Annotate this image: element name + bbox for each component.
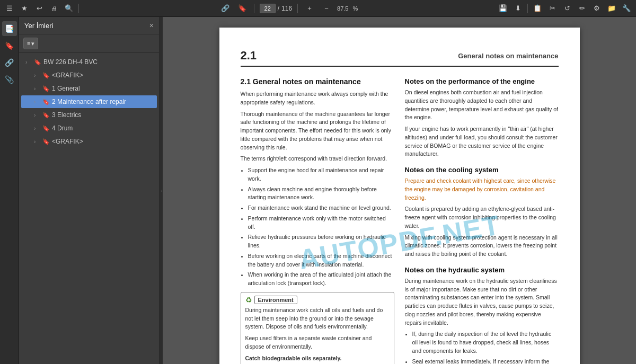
document-area[interactable]: AUTOPDF.NET 2.1 General notes on mainten… bbox=[163, 17, 636, 364]
side-icon-bookmarks[interactable]: 📑 bbox=[2, 21, 17, 36]
list-item: Support the engine hood for all maintena… bbox=[248, 166, 394, 183]
hydraulic-heading: Notes on the hydraulic system bbox=[405, 266, 559, 274]
toolbar-icon-rotate[interactable]: ↺ bbox=[561, 2, 573, 15]
engine-heading: Notes on the performance of the engine bbox=[405, 77, 559, 85]
hydraulic-bullet-list: If, during the daily inspection of the o… bbox=[405, 330, 559, 364]
toolbar-divider-2 bbox=[254, 4, 254, 13]
bookmark-label: <GRAFIK> bbox=[52, 72, 153, 79]
page-navigation: / 116 bbox=[260, 4, 292, 13]
left-column: 2.1 General notes on maintenance When pe… bbox=[241, 77, 394, 364]
cooling-text-3: Mixing with cooling system protection ag… bbox=[405, 234, 559, 259]
document-body: 2.1 General notes on maintenance When pe… bbox=[241, 77, 559, 364]
engine-text-1: On diesel engines both combustion air an… bbox=[405, 88, 559, 122]
bookmark-label: BW 226 DH-4 BVC bbox=[43, 58, 153, 66]
toolbar-icon-folder[interactable]: 📁 bbox=[605, 2, 618, 15]
environment-icon: ♻ bbox=[245, 296, 252, 304]
intro-para-2: Thorough maintenance of the machine guar… bbox=[241, 110, 394, 152]
bookmark-label: 2 Maintenance after repair bbox=[52, 98, 153, 105]
chevron-right-icon: › bbox=[25, 59, 32, 65]
toolbar-divider-1 bbox=[78, 4, 79, 13]
toolbar-icon-edit[interactable]: ✏ bbox=[576, 2, 588, 15]
page-number-input[interactable] bbox=[260, 4, 276, 13]
bookmark-icon: 🔖 bbox=[34, 59, 41, 66]
side-icon-attachments[interactable]: 📎 bbox=[2, 72, 17, 87]
bookmark-label: <GRAFIK> bbox=[52, 138, 153, 145]
bookmark-item-drum[interactable]: ›🔖4 Drum bbox=[21, 122, 157, 135]
panel-close-button[interactable]: × bbox=[149, 21, 154, 30]
chevron-down-icon: ▾ bbox=[31, 40, 34, 47]
toolbar-zoom-in[interactable]: + bbox=[303, 2, 316, 15]
env-text-3: Catch biodegradable oils separately. bbox=[245, 354, 390, 363]
toolbar-icon-gear[interactable]: ⚙ bbox=[590, 2, 603, 15]
env-text-1: During maintenance work catch all oils a… bbox=[245, 306, 390, 331]
maintenance-bullet-list: Support the engine hood for all maintena… bbox=[241, 166, 394, 288]
env-text-2: Keep used filters in a separate waste co… bbox=[245, 334, 390, 351]
intro-para-1: When performing maintenance work always … bbox=[241, 90, 394, 107]
grid-icon: ≡ bbox=[27, 40, 30, 47]
chevron-right-icon: › bbox=[34, 99, 40, 105]
cooling-text-1: Prepare and check coolant with highest c… bbox=[405, 177, 559, 202]
toolbar-icon-1[interactable]: ☰ bbox=[3, 2, 16, 15]
toolbar-divider-4 bbox=[527, 4, 528, 13]
toolbar-icon-back[interactable]: ↩ bbox=[33, 2, 46, 15]
bookmark-item-grafik2[interactable]: ›🔖<GRAFIK> bbox=[21, 135, 157, 148]
list-item: If, during the daily inspection of the o… bbox=[412, 330, 559, 355]
side-icon-thumbs[interactable]: 🔖 bbox=[2, 38, 17, 53]
panel-header: Yer İmleri × bbox=[19, 17, 159, 34]
chevron-right-icon: › bbox=[34, 73, 40, 78]
page-header: 2.1 General notes on maintenance bbox=[241, 49, 559, 67]
toolbar-icon-scissors[interactable]: ✂ bbox=[546, 2, 559, 15]
chevron-right-icon: › bbox=[34, 112, 40, 118]
page-separator: / bbox=[278, 5, 279, 12]
toolbar-zoom-out[interactable]: − bbox=[320, 2, 333, 15]
chevron-right-icon: › bbox=[34, 126, 40, 131]
bookmark-label: 1 General bbox=[52, 85, 153, 92]
list-item: Relieve hydraulic pressures before worki… bbox=[248, 233, 394, 250]
main-toolbar: ☰ ★ ↩ 🖨 🔍 🔗 🔖 / 116 + − 87.5% 💾 ⬇ 📋 ✂ ↺ … bbox=[0, 0, 636, 17]
list-item: When working in the area of the articula… bbox=[248, 271, 394, 288]
bookmark-icon: 🔖 bbox=[42, 112, 50, 119]
toolbar-icon-star[interactable]: ★ bbox=[18, 2, 31, 15]
bookmark-menu-button[interactable]: ≡ ▾ bbox=[23, 38, 38, 49]
bookmark-label: 3 Electrics bbox=[52, 111, 153, 119]
engine-text-2: If your engine has to work permanently i… bbox=[405, 125, 559, 158]
panel-toolbar: ≡ ▾ bbox=[19, 34, 159, 53]
bookmark-item-general[interactable]: ›🔖1 General bbox=[21, 82, 157, 95]
bookmark-item-maintenance[interactable]: ›🔖2 Maintenance after repair bbox=[21, 95, 157, 108]
main-heading: 2.1 General notes on maintenance bbox=[241, 77, 394, 86]
bookmark-item-electrics[interactable]: ›🔖3 Electrics bbox=[21, 109, 157, 121]
bookmark-item-grafik1[interactable]: ›🔖<GRAFIK> bbox=[21, 69, 157, 82]
document-page: AUTOPDF.NET 2.1 General notes on mainten… bbox=[219, 28, 580, 364]
toolbar-icon-print[interactable]: 🖨 bbox=[48, 2, 60, 15]
intro-para-3: The terms right/left correspond with tra… bbox=[241, 155, 394, 163]
bookmark-icon: 🔖 bbox=[42, 72, 50, 79]
hydraulic-text-1: During maintenance work on the hydraulic… bbox=[405, 277, 559, 327]
bookmarks-panel: Yer İmleri × ≡ ▾ ›🔖BW 226 DH-4 BVC›🔖<GRA… bbox=[19, 17, 160, 364]
cooling-text-2: Coolant is prepared by adding an ethylen… bbox=[405, 205, 559, 230]
list-item: Before working on electric parts of the … bbox=[248, 252, 394, 269]
list-item: Perform maintenance work only with the m… bbox=[248, 215, 394, 232]
side-icon-panel: 📑 🔖 🔗 📎 bbox=[0, 17, 19, 364]
main-content: 📑 🔖 🔗 📎 Yer İmleri × ≡ ▾ ›🔖BW 226 DH-4 B… bbox=[0, 17, 636, 364]
panel-title: Yer İmleri bbox=[24, 22, 53, 30]
right-column: Notes on the performance of the engine O… bbox=[405, 77, 559, 364]
toolbar-icon-search[interactable]: 🔍 bbox=[63, 2, 75, 15]
env-label: Environment bbox=[254, 296, 297, 304]
bookmark-tree: ›🔖BW 226 DH-4 BVC›🔖<GRAFIK>›🔖1 General›🔖… bbox=[19, 53, 159, 364]
toolbar-icon-down[interactable]: ⬇ bbox=[511, 2, 524, 15]
toolbar-icon-tool[interactable]: 🔧 bbox=[620, 2, 633, 15]
toolbar-icon-copy[interactable]: 📋 bbox=[531, 2, 544, 15]
environment-box: ♻ Environment During maintenance work ca… bbox=[241, 292, 394, 364]
list-item: Always clean machine and engine thorough… bbox=[248, 185, 394, 202]
toolbar-icon-save[interactable]: 💾 bbox=[497, 2, 509, 15]
section-number: 2.1 bbox=[241, 49, 257, 63]
toolbar-icon-bookmark[interactable]: 🔖 bbox=[236, 2, 249, 15]
side-icon-links[interactable]: 🔗 bbox=[2, 55, 17, 70]
cooling-heading: Notes on the cooling system bbox=[405, 166, 559, 174]
bookmark-item-bw226[interactable]: ›🔖BW 226 DH-4 BVC bbox=[21, 56, 157, 68]
env-header: ♻ Environment bbox=[245, 296, 390, 304]
toolbar-icon-link[interactable]: 🔗 bbox=[219, 2, 232, 15]
bookmark-label: 4 Drum bbox=[52, 125, 153, 132]
chevron-right-icon: › bbox=[34, 139, 40, 145]
bookmark-icon: 🔖 bbox=[42, 125, 50, 132]
